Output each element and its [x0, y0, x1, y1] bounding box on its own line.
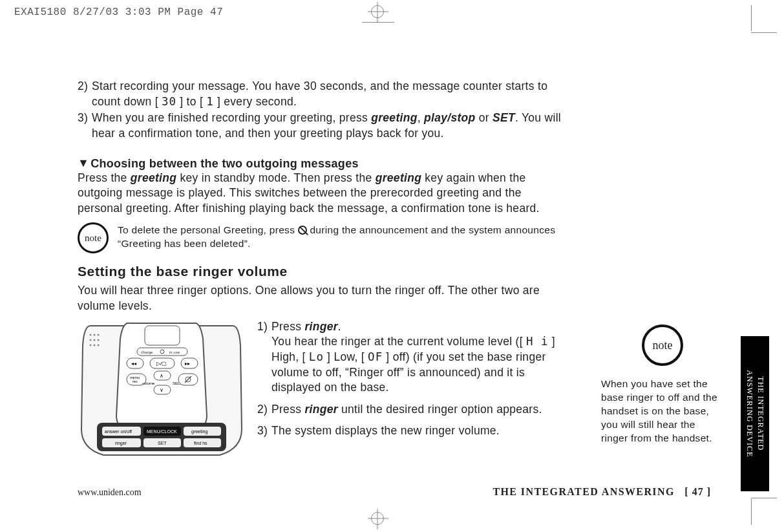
ringer-step-2: 2) Press ringer until the desired ringer…	[257, 402, 569, 418]
footer-page: [ 47 ]	[684, 486, 711, 497]
device-diagram: charge in use ◂◂ ▷/▢ ▸▸ memo rec ∧	[78, 319, 246, 462]
svg-rect-0	[145, 326, 180, 345]
svg-text:∨: ∨	[160, 387, 164, 393]
step-2: 2) Start recording your message. You hav…	[78, 79, 569, 109]
svg-point-37	[90, 339, 92, 341]
key-greeting: greeting	[131, 171, 176, 184]
svg-text:∧: ∧	[160, 373, 164, 379]
lcd-1: 1	[206, 95, 214, 108]
section-heading-ringer: Setting the base ringer volume	[78, 264, 569, 279]
ringer-step-3: 3) The system displays the new ringer vo…	[257, 423, 569, 439]
crop-mark	[362, 22, 394, 23]
step-text: Start recording your message. You have 3…	[92, 80, 547, 108]
crop-mark	[751, 499, 752, 525]
svg-point-39	[98, 339, 100, 341]
side-note-text: When you have set the base ringer to off…	[601, 378, 724, 445]
label-charge: charge	[141, 350, 153, 354]
svg-text:SET: SET	[158, 441, 167, 445]
step-number: 3)	[78, 111, 88, 126]
svg-point-41	[94, 344, 96, 346]
side-column: note When you have set the base ringer t…	[601, 79, 724, 445]
step-3: 3) When you are finished recording your …	[78, 111, 569, 141]
svg-text:greeting: greeting	[191, 429, 207, 434]
svg-point-34	[90, 334, 92, 335]
registration-mark-icon	[371, 5, 384, 18]
note-badge-icon: note	[78, 222, 109, 253]
lcd-hi: H i	[526, 335, 549, 348]
step-number: 3)	[257, 423, 268, 439]
footer: www.uniden.com THE INTEGRATED ANSWERING …	[78, 486, 711, 498]
registration-mark-icon	[371, 512, 384, 525]
svg-point-42	[98, 344, 100, 346]
key-set: SET	[493, 111, 515, 124]
subheading-paragraph: Press the greeting key in standby mode. …	[78, 171, 569, 217]
step-number: 2)	[257, 402, 268, 418]
svg-point-35	[94, 334, 96, 335]
step-number: 1)	[257, 319, 268, 335]
key-greeting: greeting	[371, 111, 417, 124]
svg-point-40	[90, 344, 92, 346]
svg-text:volume: volume	[142, 381, 155, 385]
inline-note: note To delete the personal Greeting, pr…	[78, 224, 569, 253]
step-number: 2)	[78, 79, 88, 94]
ringer-step-1: 1) Press ringer. You hear the ringer at …	[257, 319, 569, 396]
crop-mark	[751, 5, 752, 31]
key-playstop: play/stop	[424, 111, 476, 124]
page: 2) Start recording your message. You hav…	[39, 39, 750, 504]
subheading-choosing: ▼Choosing between the two outgoing messa…	[78, 157, 569, 171]
edge-tab: THE INTEGRATED ANSWERING DEVICE	[741, 336, 769, 491]
top-steps: 2) Start recording your message. You hav…	[78, 79, 569, 142]
svg-text:find hs: find hs	[194, 441, 207, 445]
crop-mark	[751, 498, 777, 498]
svg-text:MENU/CLOCK: MENU/CLOCK	[147, 429, 177, 434]
label-inuse: in use	[169, 350, 180, 354]
crop-mark	[751, 32, 777, 33]
svg-text:answer on/off: answer on/off	[105, 429, 132, 434]
svg-text:rec: rec	[132, 379, 138, 383]
svg-text:▸▸: ▸▸	[185, 361, 190, 367]
svg-point-36	[98, 334, 100, 335]
svg-text:▷/▢: ▷/▢	[156, 361, 167, 367]
svg-point-38	[94, 339, 96, 341]
print-header: EXAI5180 8/27/03 3:03 PM Page 47	[14, 6, 223, 18]
footer-url: www.uniden.com	[78, 487, 142, 498]
down-triangle-icon: ▼	[78, 156, 89, 170]
delete-icon	[298, 226, 307, 235]
ringer-steps: 1) Press ringer. You hear the ringer at …	[257, 319, 569, 462]
note-text: To delete the personal Greeting, press d…	[118, 224, 569, 250]
lcd-of: OF	[368, 350, 383, 363]
key-greeting: greeting	[376, 171, 421, 184]
main-column: 2) Start recording your message. You hav…	[78, 79, 569, 462]
svg-text:◂◂: ◂◂	[131, 361, 136, 367]
svg-text:ringer: ringer	[115, 441, 127, 446]
footer-title: THE INTEGRATED ANSWERING	[493, 486, 674, 497]
note-badge-icon: note	[642, 325, 683, 366]
lcd-lo: Lo	[309, 350, 324, 363]
lower-row: charge in use ◂◂ ▷/▢ ▸▸ memo rec ∧	[78, 319, 569, 462]
section-intro: You will hear three ringer options. One …	[78, 283, 569, 314]
key-ringer: ringer	[304, 403, 337, 416]
lcd-30: 30	[162, 95, 176, 108]
key-ringer: ringer	[304, 320, 337, 333]
